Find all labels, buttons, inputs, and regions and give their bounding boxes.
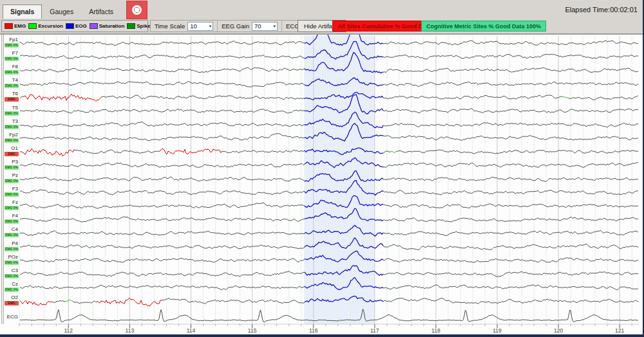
channel-label-f7: F7	[4, 50, 18, 56]
time-scale-value: 10	[190, 23, 197, 30]
channel-label-c3: C3	[4, 268, 18, 273]
tab-artifacts[interactable]: Artifacts	[81, 5, 121, 19]
x-axis-tick-label: 113	[126, 327, 135, 334]
eeg-trace-f7	[20, 55, 305, 59]
x-axis-tick-label: 119	[493, 327, 502, 334]
eeg-trace-f8	[383, 68, 638, 73]
channel-quality-badge-fp1: EMG 0%	[5, 43, 19, 48]
x-axis-tick-label: 120	[554, 327, 563, 334]
x-axis-tick-label: 115	[248, 327, 257, 334]
eeg-trace-p3	[383, 162, 638, 167]
channel-quality-badge-fp2: EMG 0%	[5, 138, 19, 143]
channel-quality-badge-t4: EMG 0%	[5, 84, 19, 88]
eeg-trace-t6-g	[562, 96, 569, 98]
eeg-trace-t3	[383, 123, 638, 127]
legend-item-excursion: Excursion	[28, 23, 63, 29]
eeg-trace-poz	[383, 258, 638, 262]
eeg-trace-fz	[383, 204, 638, 208]
waveform-plot: 112113114115116117118119120121	[0, 35, 643, 334]
channel-quality-badge-c4: EMG 0%	[5, 233, 19, 237]
stop-recording-button[interactable]	[126, 1, 147, 19]
cognitive-good-data-badge: Cognitive Metric Sites % Good Data 100%	[421, 21, 546, 32]
tab-gauges[interactable]: Gauges	[42, 5, 81, 19]
spikes-color-swatch	[127, 23, 135, 29]
eeg-trace-cz	[20, 285, 305, 289]
tab-strip: Signals Gauges Artifacts	[3, 5, 121, 19]
channel-label-t5: T5	[4, 105, 18, 111]
eeg-trace-o1	[396, 150, 638, 154]
eeg-trace-c3	[20, 271, 305, 277]
legend-item-label: Saturation	[99, 23, 125, 29]
eeg-trace-fp2	[20, 134, 305, 141]
tab-signals[interactable]: Signals	[3, 5, 42, 19]
stop-icon-core	[135, 8, 139, 12]
channel-label-cz: Cz	[4, 281, 18, 287]
eeg-trace-p3	[20, 163, 305, 167]
eeg-trace-fp1	[20, 41, 305, 46]
eeg-trace-t3	[20, 122, 305, 127]
chevron-down-icon: ▾	[273, 24, 277, 29]
eeg-trace-f7	[383, 54, 638, 59]
top-bar: Signals Gauges Artifacts Elapsed Time:00…	[0, 0, 643, 19]
eog-color-swatch	[66, 23, 74, 29]
eeg-gain-value: 70	[254, 23, 261, 30]
eeg-trace-t4	[20, 82, 305, 87]
channel-label-c4: C4	[4, 226, 18, 232]
eeg-gain-select[interactable]: 70 ▾	[252, 22, 278, 31]
channel-label-o1: O1	[4, 145, 18, 151]
channel-quality-badge-pz: EMG 0%	[5, 179, 19, 183]
legend-item-saturation: Saturation	[90, 23, 125, 29]
channel-label-t4: T4	[4, 77, 18, 83]
channel-quality-badge-f8: EMG 0%	[5, 70, 19, 75]
channel-label-fz: Fz	[4, 199, 18, 205]
channel-label-o2: O2	[4, 295, 18, 300]
time-scale-select[interactable]: 10 ▾	[187, 22, 213, 31]
eeg-trace-f8	[20, 68, 305, 73]
eeg-trace-t6	[569, 96, 638, 100]
channel-quality-badge-poz: EMG 0%	[5, 260, 19, 265]
eeg-trace-o1-r	[23, 149, 75, 156]
channel-label-fp1: Fp1	[4, 37, 18, 42]
time-scale-control: Time Scale 10 ▾	[151, 21, 218, 32]
channel-quality-badge-o1: EMG 47%	[5, 152, 19, 156]
eeg-trace-o2-r	[21, 301, 52, 305]
channel-label-t6: T6	[4, 91, 18, 96]
eeg-gain-control: EEG Gain 70 ▾	[218, 21, 282, 32]
eeg-trace-o2-g	[65, 300, 73, 302]
channel-quality-badge-p3: EMG 0%	[5, 165, 19, 170]
channel-label-pz: Pz	[4, 172, 18, 178]
eeg-trace-pz	[383, 177, 638, 181]
legend-item-label: EOG	[75, 23, 87, 29]
channel-label-p3: P3	[4, 159, 18, 165]
channel-quality-badge-t3: EMG 0%	[5, 125, 19, 129]
channel-quality-badge-fz: EMG 0%	[5, 206, 19, 210]
channel-label-ecg: ECG	[4, 314, 18, 320]
legend: EMGExcursionEOGSaturationSpikes	[1, 20, 148, 32]
x-axis-tick-label: 112	[64, 327, 73, 334]
channel-label-f3: F3	[4, 186, 18, 192]
legend-item-emg: EMG	[5, 23, 26, 29]
eeg-trace-poz	[20, 258, 305, 262]
legend-item-spikes: Spikes	[127, 23, 153, 29]
x-axis-tick-label: 121	[615, 327, 624, 334]
panel-splitter[interactable]	[1, 35, 4, 324]
eeg-trace-o2-r	[96, 298, 162, 305]
eeg-trace-t5	[383, 109, 638, 113]
app-window: Signals Gauges Artifacts Elapsed Time:00…	[0, 0, 644, 337]
eeg-trace-f4	[20, 217, 305, 222]
stop-icon	[132, 5, 142, 15]
control-bar: EMGExcursionEOGSaturationSpikes Time Sca…	[0, 19, 643, 34]
x-axis-tick-label: 116	[309, 327, 318, 334]
eeg-trace-t5	[20, 109, 305, 114]
channel-label-f8: F8	[4, 64, 18, 69]
emg-color-swatch	[5, 23, 13, 29]
eeg-trace-o2	[73, 301, 96, 304]
eeg-trace-o2	[52, 300, 65, 302]
channel-quality-badge-c3: EMG 0%	[5, 274, 19, 278]
legend-item-label: EMG	[14, 23, 26, 29]
eeg-trace-c3	[383, 272, 638, 277]
eeg-trace-t6-r	[23, 94, 101, 102]
eeg-trace-o2	[162, 298, 305, 304]
eeg-trace-t6	[101, 95, 305, 100]
legend-item-label: Excursion	[38, 23, 63, 29]
